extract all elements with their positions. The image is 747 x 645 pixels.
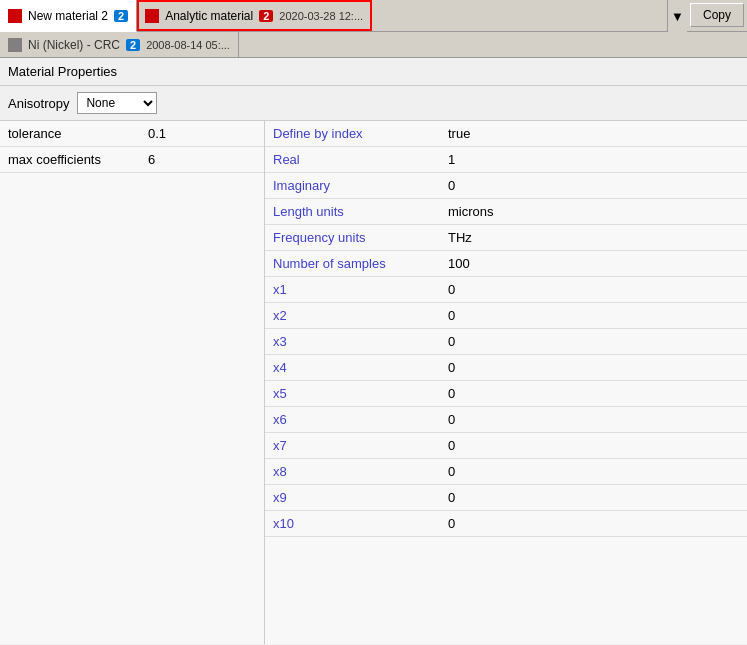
right-field-label-9: x4: [265, 355, 440, 381]
right-table-row: x4 0: [265, 355, 747, 381]
right-field-label-8: x3: [265, 329, 440, 355]
tab-badge-new-material: 2: [114, 10, 128, 22]
right-field-value-6[interactable]: 0: [440, 277, 747, 303]
anisotropy-row: Anisotropy None: [0, 86, 747, 121]
copy-button[interactable]: Copy: [690, 3, 744, 27]
tab-timestamp-analytic: 2020-03-28 12:...: [279, 10, 363, 22]
right-field-value-15[interactable]: 0: [440, 511, 747, 537]
right-table-row: x10 0: [265, 511, 747, 537]
tab-bar-row2: Ni (Nickel) - CRC 2 2008-08-14 05:...: [0, 32, 747, 58]
gray-icon: [8, 38, 22, 52]
right-field-label-14: x9: [265, 485, 440, 511]
right-table: Define by index true Real 1 Imaginary 0 …: [265, 121, 747, 537]
material-properties-header: Material Properties: [0, 58, 747, 86]
left-field-value-1[interactable]: 6: [140, 147, 264, 173]
right-field-label-0: Define by index: [265, 121, 440, 147]
right-table-row: x3 0: [265, 329, 747, 355]
anisotropy-select[interactable]: None: [77, 92, 157, 114]
tab-new-material-2[interactable]: New material 2 2: [0, 0, 137, 32]
right-table-row: x8 0: [265, 459, 747, 485]
main-content: tolerance 0.1 max coefficients 6 Define …: [0, 121, 747, 644]
right-table-row: Number of samples 100: [265, 251, 747, 277]
right-field-value-4[interactable]: THz: [440, 225, 747, 251]
right-field-label-4: Frequency units: [265, 225, 440, 251]
right-field-value-14[interactable]: 0: [440, 485, 747, 511]
right-field-value-13[interactable]: 0: [440, 459, 747, 485]
right-table-row: Real 1: [265, 147, 747, 173]
tab-analytic-material[interactable]: Analytic material 2 2020-03-28 12:...: [137, 0, 372, 31]
tab-bar-spacer: [372, 0, 667, 31]
tab-ni-nickel[interactable]: Ni (Nickel) - CRC 2 2008-08-14 05:...: [0, 32, 239, 57]
right-field-value-7[interactable]: 0: [440, 303, 747, 329]
right-field-value-8[interactable]: 0: [440, 329, 747, 355]
right-field-label-13: x8: [265, 459, 440, 485]
red-icon: [8, 9, 22, 23]
left-field-label-1: max coefficients: [0, 147, 140, 173]
left-table: tolerance 0.1 max coefficients 6: [0, 121, 264, 173]
tab-dropdown-arrow[interactable]: ▼: [667, 0, 687, 32]
right-field-label-15: x10: [265, 511, 440, 537]
right-field-label-11: x6: [265, 407, 440, 433]
right-table-row: x1 0: [265, 277, 747, 303]
right-field-label-2: Imaginary: [265, 173, 440, 199]
right-field-label-3: Length units: [265, 199, 440, 225]
right-field-value-11[interactable]: 0: [440, 407, 747, 433]
left-field-label-0: tolerance: [0, 121, 140, 147]
tab-badge-ni: 2: [126, 39, 140, 51]
right-field-label-1: Real: [265, 147, 440, 173]
left-table-row: max coefficients 6: [0, 147, 264, 173]
red-icon-analytic: [145, 9, 159, 23]
left-table-row: tolerance 0.1: [0, 121, 264, 147]
tab-label-new-material: New material 2: [28, 9, 108, 23]
right-field-value-0[interactable]: true: [440, 121, 747, 147]
right-field-label-7: x2: [265, 303, 440, 329]
chevron-down-icon: ▼: [671, 9, 684, 24]
tab-timestamp-ni: 2008-08-14 05:...: [146, 39, 230, 51]
right-panel: Define by index true Real 1 Imaginary 0 …: [265, 121, 747, 644]
anisotropy-label: Anisotropy: [8, 96, 69, 111]
right-field-value-1[interactable]: 1: [440, 147, 747, 173]
right-field-label-12: x7: [265, 433, 440, 459]
right-field-value-2[interactable]: 0: [440, 173, 747, 199]
right-field-label-5: Number of samples: [265, 251, 440, 277]
right-table-row: x6 0: [265, 407, 747, 433]
right-field-value-3[interactable]: microns: [440, 199, 747, 225]
tab-label-analytic: Analytic material: [165, 9, 253, 23]
right-field-value-5[interactable]: 100: [440, 251, 747, 277]
right-table-row: x2 0: [265, 303, 747, 329]
right-table-row: Define by index true: [265, 121, 747, 147]
right-table-row: Frequency units THz: [265, 225, 747, 251]
tab-label-ni: Ni (Nickel) - CRC: [28, 38, 120, 52]
tab-badge-analytic: 2: [259, 10, 273, 22]
right-field-label-10: x5: [265, 381, 440, 407]
left-panel: tolerance 0.1 max coefficients 6: [0, 121, 265, 644]
right-table-row: x5 0: [265, 381, 747, 407]
right-field-value-10[interactable]: 0: [440, 381, 747, 407]
right-table-row: x7 0: [265, 433, 747, 459]
right-table-row: x9 0: [265, 485, 747, 511]
tab-bar-row1: New material 2 2 Analytic material 2 202…: [0, 0, 747, 32]
right-table-row: Imaginary 0: [265, 173, 747, 199]
right-field-label-6: x1: [265, 277, 440, 303]
right-field-value-12[interactable]: 0: [440, 433, 747, 459]
right-field-value-9[interactable]: 0: [440, 355, 747, 381]
left-field-value-0[interactable]: 0.1: [140, 121, 264, 147]
right-table-row: Length units microns: [265, 199, 747, 225]
